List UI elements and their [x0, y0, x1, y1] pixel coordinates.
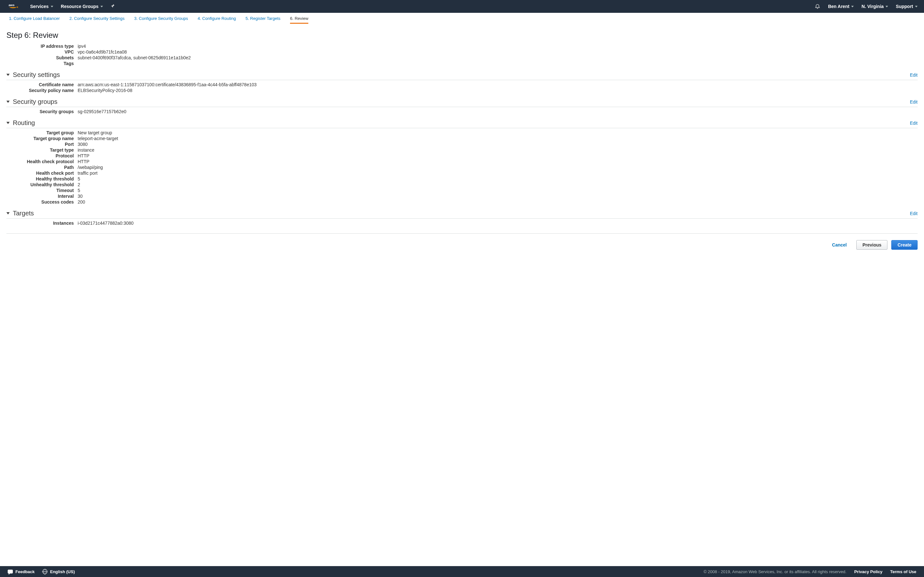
section-title: Security settings — [13, 71, 60, 79]
wizard-steps: 1. Configure Load Balancer 2. Configure … — [0, 13, 924, 24]
section-security-settings: Security settings Edit Certificate name … — [6, 71, 918, 93]
certificate-name-label: Certificate name — [6, 82, 75, 87]
target-group-name-label: Target group name — [6, 136, 75, 141]
step-5[interactable]: 5. Register Targets — [246, 16, 280, 24]
collapse-icon — [6, 122, 10, 124]
create-button[interactable]: Create — [891, 240, 918, 250]
health-check-port-value: traffic port — [78, 171, 918, 176]
nav-services-label: Services — [30, 4, 49, 9]
health-check-protocol-label: Health check protocol — [6, 159, 75, 164]
page-content: Step 6: Review IP address type ipv4 VPC … — [0, 24, 924, 263]
target-group-name-value: teleport-acme-target — [78, 136, 918, 141]
security-policy-name-value: ELBSecurityPolicy-2016-08 — [78, 88, 918, 93]
vpc-value: vpc-0a6c4d9b71fc1ea08 — [78, 49, 918, 55]
timeout-label: Timeout — [6, 188, 75, 193]
target-group-value: New target group — [78, 130, 918, 135]
section-title: Security groups — [13, 98, 57, 105]
section-targets: Targets Edit Instances i-03d2171c4477882… — [6, 210, 918, 226]
previous-button[interactable]: Previous — [856, 240, 887, 250]
success-codes-label: Success codes — [6, 199, 75, 205]
edit-targets-link[interactable]: Edit — [910, 211, 918, 216]
caret-down-icon — [851, 6, 854, 7]
edit-routing-link[interactable]: Edit — [910, 121, 918, 126]
path-value: /webapi/ping — [78, 165, 918, 170]
section-header-targets[interactable]: Targets Edit — [6, 210, 918, 219]
security-groups-label: Security groups — [6, 109, 75, 114]
edit-security-groups-link[interactable]: Edit — [910, 99, 918, 105]
nav-resource-groups-label: Resource Groups — [61, 4, 99, 9]
port-value: 3080 — [78, 142, 918, 147]
collapse-icon — [6, 101, 10, 103]
healthy-threshold-value: 5 — [78, 176, 918, 181]
section-title: Targets — [13, 210, 34, 217]
healthy-threshold-label: Healthy threshold — [6, 176, 75, 181]
protocol-value: HTTP — [78, 153, 918, 158]
caret-down-icon — [885, 6, 888, 7]
target-type-label: Target type — [6, 147, 75, 153]
target-group-label: Target group — [6, 130, 75, 135]
timeout-value: 5 — [78, 188, 918, 193]
collapse-icon — [6, 212, 10, 214]
tags-label: Tags — [6, 61, 75, 66]
health-check-port-label: Health check port — [6, 171, 75, 176]
notifications-icon[interactable] — [814, 3, 821, 10]
nav-region-label: N. Virginia — [861, 4, 884, 9]
unhealthy-threshold-label: Unhealthy threshold — [6, 182, 75, 187]
nav-support[interactable]: Support — [896, 4, 918, 9]
collapse-icon — [6, 74, 10, 76]
security-policy-name-label: Security policy name — [6, 88, 75, 93]
caret-down-icon — [51, 6, 53, 7]
top-nav: aws Services Resource Groups Ben Arent N… — [0, 0, 924, 13]
step-1[interactable]: 1. Configure Load Balancer — [9, 16, 60, 24]
port-label: Port — [6, 142, 75, 147]
step-3[interactable]: 3. Configure Security Groups — [134, 16, 188, 24]
path-label: Path — [6, 165, 75, 170]
nav-support-label: Support — [896, 4, 913, 9]
vpc-label: VPC — [6, 49, 75, 55]
health-check-protocol-value: HTTP — [78, 159, 918, 164]
caret-down-icon — [100, 6, 103, 7]
nav-services[interactable]: Services — [30, 4, 53, 9]
unhealthy-threshold-value: 2 — [78, 182, 918, 187]
section-header-routing[interactable]: Routing Edit — [6, 119, 918, 128]
nav-user-label: Ben Arent — [828, 4, 849, 9]
nav-user[interactable]: Ben Arent — [828, 4, 854, 9]
section-security-groups: Security groups Edit Security groups sg-… — [6, 98, 918, 114]
instances-value: i-03d2171c4477882a0:3080 — [78, 221, 918, 226]
aws-logo[interactable]: aws — [6, 0, 23, 13]
section-title: Routing — [13, 119, 35, 127]
basic-config: IP address type ipv4 VPC vpc-0a6c4d9b71f… — [6, 42, 918, 66]
tags-value — [78, 61, 918, 66]
protocol-label: Protocol — [6, 153, 75, 158]
step-2[interactable]: 2. Configure Security Settings — [69, 16, 124, 24]
page-title: Step 6: Review — [6, 31, 918, 40]
step-4[interactable]: 4. Configure Routing — [198, 16, 236, 24]
subnets-label: Subnets — [6, 55, 75, 60]
section-routing: Routing Edit Target group New target gro… — [6, 119, 918, 205]
svg-text:aws: aws — [9, 3, 15, 7]
caret-down-icon — [915, 6, 918, 7]
target-type-value: instance — [78, 147, 918, 153]
certificate-name-value: arn:aws:acm:us-east-1:115871037100:certi… — [78, 82, 918, 87]
ip-address-type-value: ipv4 — [78, 44, 918, 49]
pin-icon[interactable] — [111, 4, 115, 9]
nav-resource-groups[interactable]: Resource Groups — [61, 4, 103, 9]
nav-region[interactable]: N. Virginia — [861, 4, 888, 9]
ip-address-type-label: IP address type — [6, 44, 75, 49]
security-groups-value: sg-029516e77157b62e0 — [78, 109, 918, 114]
step-6[interactable]: 6. Review — [290, 16, 309, 24]
edit-security-settings-link[interactable]: Edit — [910, 73, 918, 77]
instances-label: Instances — [6, 221, 75, 226]
interval-value: 30 — [78, 193, 918, 199]
success-codes-value: 200 — [78, 199, 918, 205]
subnets-value: subnet-0400f690f37afcdca, subnet-0625d69… — [78, 55, 918, 60]
section-header-security-groups[interactable]: Security groups Edit — [6, 98, 918, 107]
section-header-security-settings[interactable]: Security settings Edit — [6, 71, 918, 80]
wizard-actions: Cancel Previous Create — [6, 234, 918, 250]
cancel-button[interactable]: Cancel — [826, 240, 853, 250]
interval-label: Interval — [6, 193, 75, 199]
